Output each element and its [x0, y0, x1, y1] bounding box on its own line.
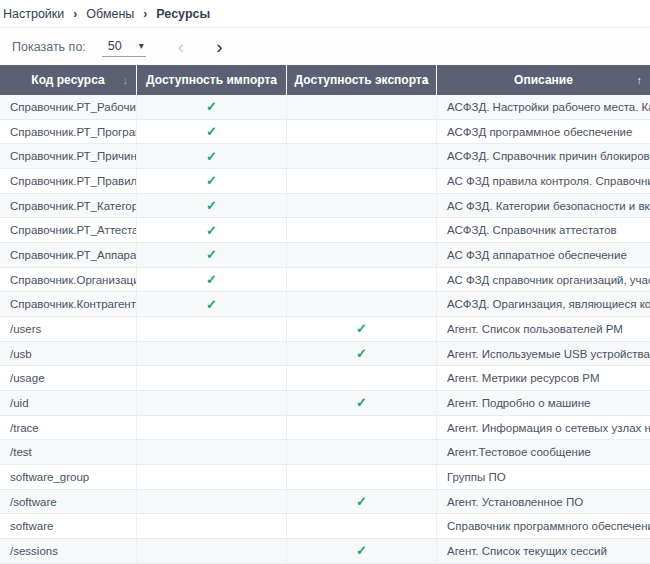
- table-row[interactable]: Справочник.РТ_ПравилаКон… ✓ ✓ АС ФЗД пра…: [0, 169, 650, 194]
- chevron-down-icon: ▾: [139, 41, 144, 51]
- table-row[interactable]: software_group ✓ ✓ Группы ПО: [0, 465, 650, 490]
- import-availability-cell: ✓: [137, 440, 287, 465]
- column-label: Описание: [514, 73, 573, 87]
- import-availability-cell: ✓: [137, 292, 287, 317]
- resource-code-cell: software_group: [0, 465, 137, 490]
- page-size-select[interactable]: 50 ▾: [102, 37, 146, 57]
- check-icon: ✓: [206, 150, 217, 163]
- next-page-button[interactable]: ›: [210, 37, 228, 56]
- import-availability-cell: ✓: [137, 490, 287, 515]
- export-availability-cell: ✓: [287, 95, 437, 120]
- import-availability-cell: ✓: [137, 120, 287, 145]
- description-cell: Агент. Информация о сетевых узлах на пут…: [437, 416, 650, 441]
- table-row[interactable]: Справочник.Организации ✓ ✓ АС ФЗД справо…: [0, 268, 650, 293]
- table-row[interactable]: /software ✓ ✓ Агент. Установленное ПО: [0, 490, 650, 515]
- description-cell: АСФЗД. Орагинзация, являющиеся контраген…: [437, 292, 650, 317]
- resource-code-cell: Справочник.Организации: [0, 268, 137, 293]
- description-cell: Агент. Список пользователей РМ: [437, 317, 650, 342]
- table-row[interactable]: Справочник.Контрагенты ✓ ✓ АСФЗД. Орагин…: [0, 292, 650, 317]
- check-icon: ✓: [206, 199, 217, 212]
- description-cell: Агент. Установленное ПО: [437, 490, 650, 515]
- breadcrumb-item-resources: Ресурсы: [156, 7, 210, 21]
- resource-code-cell: /sessions: [0, 539, 137, 564]
- chevron-right-icon: ›: [73, 7, 77, 21]
- table-row[interactable]: Справочник.РТ_Аппаратное… ✓ ✓ АС ФЗД апп…: [0, 243, 650, 268]
- sort-desc-icon: ↓: [123, 74, 129, 86]
- import-availability-cell: ✓: [137, 268, 287, 293]
- table-row[interactable]: /sessions ✓ ✓ Агент. Список текущих сесс…: [0, 539, 650, 564]
- resource-code-cell: /usage: [0, 366, 137, 391]
- check-icon: ✓: [206, 298, 217, 311]
- description-cell: АСФЗД. Справочник аттестатов: [437, 218, 650, 243]
- description-cell: АС ФЗД правила контроля. Справочник прав…: [437, 169, 650, 194]
- column-header-description[interactable]: Описание ↑: [437, 65, 650, 95]
- sort-asc-icon: ↑: [423, 74, 429, 86]
- export-availability-cell: ✓: [287, 243, 437, 268]
- description-cell: АСФЗД программное обеспечение: [437, 120, 650, 145]
- resource-code-cell: /usb: [0, 342, 137, 367]
- import-availability-cell: ✓: [137, 144, 287, 169]
- breadcrumb-item-exchanges[interactable]: Обмены: [86, 7, 134, 21]
- import-availability-cell: ✓: [137, 416, 287, 441]
- resource-code-cell: /software: [0, 490, 137, 515]
- export-availability-cell: ✓: [287, 490, 437, 515]
- table-row[interactable]: /trace ✓ ✓ Агент. Информация о сетевых у…: [0, 416, 650, 441]
- resource-code-cell: /users: [0, 317, 137, 342]
- check-icon: ✓: [206, 174, 217, 187]
- export-availability-cell: ✓: [287, 268, 437, 293]
- import-availability-cell: ✓: [137, 391, 287, 416]
- export-availability-cell: ✓: [287, 342, 437, 367]
- column-label: Доступность импорта: [146, 73, 277, 87]
- toolbar: Показать по: 50 ▾ ‹ ›: [0, 28, 650, 65]
- column-header-import-availability[interactable]: Доступность импорта ↑: [137, 65, 287, 95]
- resource-code-cell: Справочник.РТ_Программно…: [0, 120, 137, 145]
- export-availability-cell: ✓: [287, 391, 437, 416]
- import-availability-cell: ✓: [137, 514, 287, 539]
- table-row[interactable]: /test ✓ ✓ Агент.Тестовое сообщение: [0, 440, 650, 465]
- resource-code-cell: Справочник.РТ_КатегорииБе…: [0, 194, 137, 219]
- export-availability-cell: ✓: [287, 317, 437, 342]
- column-label: Код ресурса: [31, 73, 104, 87]
- table-row[interactable]: /usage ✓ ✓ Агент. Метрики ресурсов РМ: [0, 366, 650, 391]
- column-label: Доступность экспорта: [295, 73, 429, 87]
- check-icon: ✓: [206, 125, 217, 138]
- table-row[interactable]: Справочник.РТ_АттестатыРМ ✓ ✓ АСФЗД. Спр…: [0, 218, 650, 243]
- check-icon: ✓: [356, 544, 367, 557]
- column-header-export-availability[interactable]: Доступность экспорта ↑: [287, 65, 437, 95]
- check-icon: ✓: [356, 347, 367, 360]
- description-cell: АС ФЗД справочник организаций, участвующ…: [437, 268, 650, 293]
- description-cell: Агент. Список текущих сессий: [437, 539, 650, 564]
- table-row[interactable]: /usb ✓ ✓ Агент. Используемые USB устройс…: [0, 342, 650, 367]
- table-row[interactable]: Справочник.РТ_КатегорииБе… ✓ ✓ АС ФЗД. К…: [0, 194, 650, 219]
- table-row[interactable]: Справочник.РТ_Программно… ✓ ✓ АСФЗД прог…: [0, 120, 650, 145]
- table-row[interactable]: Справочник.РТ_ПричиныБло… ✓ ✓ АСФЗД. Спр…: [0, 144, 650, 169]
- import-availability-cell: ✓: [137, 169, 287, 194]
- description-cell: Агент. Метрики ресурсов РМ: [437, 366, 650, 391]
- sort-asc-icon: ↑: [273, 74, 279, 86]
- check-icon: ✓: [206, 100, 217, 113]
- import-availability-cell: ✓: [137, 317, 287, 342]
- description-cell: АС ФЗД. Категории безопасности и включен…: [437, 194, 650, 219]
- table-row[interactable]: software ✓ ✓ Справочник программного обе…: [0, 514, 650, 539]
- description-cell: АСФЗД. Настройки рабочего места. Категор…: [437, 95, 650, 120]
- sort-asc-icon: ↑: [637, 74, 643, 86]
- resource-code-cell: /trace: [0, 416, 137, 441]
- description-cell: АСФЗД. Справочник причин блокировок рабо…: [437, 144, 650, 169]
- resource-code-cell: Справочник.РТ_ПричиныБло…: [0, 144, 137, 169]
- check-icon: ✓: [206, 248, 217, 261]
- check-icon: ✓: [356, 495, 367, 508]
- description-cell: АС ФЗД аппаратное обеспечение: [437, 243, 650, 268]
- import-availability-cell: ✓: [137, 366, 287, 391]
- breadcrumb: Настройки › Обмены › Ресурсы: [0, 0, 650, 28]
- table-header: Код ресурса ↓ Доступность импорта ↑ Дост…: [0, 65, 650, 95]
- column-header-resource-code[interactable]: Код ресурса ↓: [0, 65, 137, 95]
- table-row[interactable]: Справочник.РТ_РабочиеМес… ✓ ✓ АСФЗД. Нас…: [0, 95, 650, 120]
- export-availability-cell: ✓: [287, 366, 437, 391]
- table-row[interactable]: /uid ✓ ✓ Агент. Подробно о машине: [0, 391, 650, 416]
- table-row[interactable]: /users ✓ ✓ Агент. Список пользователей Р…: [0, 317, 650, 342]
- export-availability-cell: ✓: [287, 144, 437, 169]
- previous-page-button[interactable]: ‹: [172, 37, 190, 56]
- export-availability-cell: ✓: [287, 120, 437, 145]
- breadcrumb-item-settings[interactable]: Настройки: [3, 7, 64, 21]
- resource-code-cell: Справочник.РТ_АттестатыРМ: [0, 218, 137, 243]
